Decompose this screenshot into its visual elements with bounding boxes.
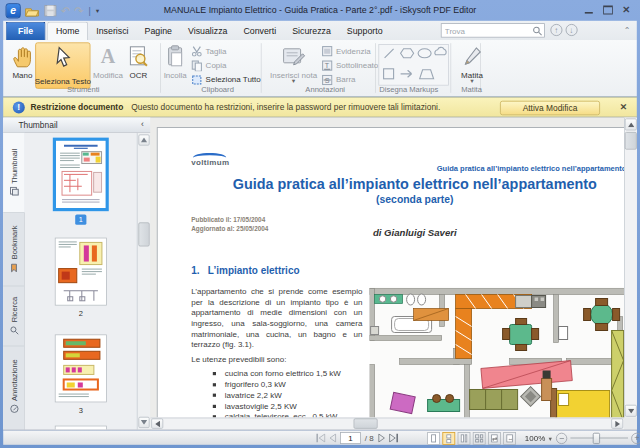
- sidebar-header-title: Thumbnail: [18, 120, 57, 130]
- save-icon[interactable]: [44, 5, 57, 17]
- attiva-modifica-button[interactable]: Attiva Modifica: [500, 101, 600, 115]
- search-box[interactable]: [441, 23, 545, 37]
- thumbnail-item-2[interactable]: 2: [55, 238, 107, 318]
- horizontal-scrollbar[interactable]: [150, 418, 624, 430]
- next-page-icon[interactable]: [378, 434, 386, 443]
- thumbnail-art: [56, 238, 106, 304]
- undo-icon[interactable]: ↶: [61, 5, 70, 16]
- zoom-in-icon[interactable]: +: [631, 433, 640, 444]
- sidebar-tab-bookmark[interactable]: Bookmark: [3, 213, 25, 287]
- scroll-up-icon[interactable]: [138, 134, 149, 145]
- search-tab-icon: [9, 326, 19, 336]
- copia-button[interactable]: Copia: [191, 59, 226, 71]
- last-page-icon[interactable]: [389, 434, 399, 443]
- tab-converti[interactable]: Converti: [235, 22, 284, 40]
- tab-file[interactable]: File: [6, 22, 46, 40]
- note-icon: [282, 42, 306, 70]
- seleziona-tutto-button[interactable]: Seleziona Tutto: [191, 74, 261, 86]
- group-label-matita: Matita: [453, 85, 491, 94]
- find-previous-button[interactable]: ↑: [550, 24, 562, 36]
- hexagon-shape-icon: [401, 49, 414, 58]
- document-area: voltimum Guida pratica all’impianto elet…: [150, 118, 636, 430]
- strikethrough-icon: S: [322, 74, 333, 85]
- scroll-down-icon[interactable]: [625, 405, 637, 417]
- incolla-button[interactable]: Incolla: [161, 42, 190, 79]
- scroll-page-view-button[interactable]: ⇄: [488, 432, 501, 445]
- first-page-icon[interactable]: [316, 434, 326, 443]
- tab-inserisci[interactable]: Inserisci: [88, 22, 136, 40]
- collapse-ribbon-icon[interactable]: ⌃: [624, 26, 631, 35]
- scroll-up-icon[interactable]: [625, 118, 637, 130]
- group-label-clipboard: Clipboard: [160, 85, 275, 94]
- paste-icon: [165, 42, 185, 70]
- sidebar-collapse-icon[interactable]: ‹: [141, 119, 144, 129]
- sidebar-tab-ricerca[interactable]: Ricerca: [3, 286, 25, 346]
- document-title: Guida pratica all’impianto elettrico nel…: [158, 176, 624, 193]
- ocr-icon: [127, 42, 149, 70]
- minimize-button[interactable]: [584, 6, 594, 15]
- open-icon[interactable]: [25, 4, 40, 17]
- ribbon: Mano Seleziona Testo A Modifica OCR Stru…: [3, 40, 637, 97]
- redo-icon[interactable]: ↷: [74, 5, 83, 16]
- seleziona-testo-button[interactable]: Seleziona Testo: [35, 42, 90, 88]
- fit-page-view-button[interactable]: ⇔: [503, 432, 516, 445]
- body-text: L’appartamento che si prende come esempi…: [191, 286, 362, 417]
- qat-dropdown-icon[interactable]: ▼: [95, 8, 101, 14]
- sidebar-tab-annotazione[interactable]: Annotazione: [3, 346, 25, 426]
- continuous-view-button[interactable]: [442, 432, 455, 445]
- zoom-out-icon[interactable]: −: [556, 433, 567, 444]
- doc-vscroll-thumb[interactable]: [625, 132, 637, 150]
- two-page-view-button[interactable]: [458, 432, 471, 445]
- tab-pagine[interactable]: Pagine: [137, 22, 180, 40]
- evidenzia-button[interactable]: Evidenzia: [322, 45, 371, 57]
- maximize-button[interactable]: [603, 6, 613, 15]
- scroll-right-icon[interactable]: [611, 418, 623, 428]
- tab-visualizza[interactable]: Visualizza: [180, 22, 235, 40]
- inserisci-nota-button[interactable]: Inserisci nota ▼: [267, 42, 320, 83]
- find-next-button[interactable]: ↓: [566, 24, 578, 36]
- utenze-list: cucina con forno elettrico 1,5 kW frigor…: [191, 368, 362, 417]
- page-number-input[interactable]: 1: [340, 432, 361, 444]
- single-page-view-button[interactable]: [427, 432, 440, 445]
- zoom-level-label[interactable]: 100% ▼: [525, 434, 553, 443]
- taglia-button[interactable]: Taglia: [191, 45, 226, 57]
- vertical-scrollbar[interactable]: [624, 118, 637, 418]
- mano-button[interactable]: Mano: [6, 42, 38, 79]
- scroll-left-icon[interactable]: [151, 418, 163, 428]
- thumbnail-item-3[interactable]: 3: [55, 334, 107, 414]
- pdf-page: voltimum Guida pratica all’impianto elet…: [157, 127, 624, 417]
- scroll-down-icon[interactable]: [138, 417, 149, 428]
- page-total-label: / 8: [365, 434, 374, 443]
- qat-separator: |: [88, 6, 90, 16]
- close-button[interactable]: ✕: [622, 6, 630, 15]
- thumbnail-item-1[interactable]: 1: [53, 138, 109, 225]
- search-icon: [532, 26, 542, 36]
- quick-access-toolbar: e ↶ ↷ | ▼: [6, 3, 101, 18]
- document-author: di Gianluigi Saveri: [158, 227, 624, 238]
- select-all-icon: [191, 74, 202, 85]
- floor-plan-figure: [370, 286, 624, 417]
- tab-home[interactable]: Home: [47, 22, 88, 40]
- main-content: Thumbnail ‹ Thumbnail Bookmark Ricerca A…: [3, 118, 637, 430]
- warning-close-icon[interactable]: ✕: [620, 102, 627, 112]
- window-controls: ✕: [584, 6, 630, 15]
- sidebar-tab-thumbnail[interactable]: Thumbnail: [3, 133, 25, 213]
- sidebar-scroll-thumb[interactable]: [138, 222, 149, 246]
- window-title: MANUALE Impianto Elettrico - Guida Prati…: [120, 5, 520, 15]
- barra-button[interactable]: S Barra: [322, 74, 356, 86]
- zoom-slider-thumb[interactable]: [593, 433, 600, 444]
- matita-button[interactable]: Matita ▼: [455, 42, 489, 83]
- tab-supporto[interactable]: Supporto: [339, 22, 391, 40]
- sottolineato-button[interactable]: T Sottolineato: [322, 59, 379, 71]
- previous-page-icon[interactable]: [329, 434, 337, 443]
- grid-view-button[interactable]: [473, 432, 486, 445]
- ocr-button[interactable]: OCR: [125, 42, 152, 79]
- modifica-button[interactable]: A Modifica: [94, 42, 123, 79]
- search-input[interactable]: [445, 25, 528, 36]
- bookmark-icon: [10, 263, 19, 273]
- tab-sicurezza[interactable]: Sicurezza: [284, 22, 339, 40]
- edit-text-icon: A: [101, 42, 115, 70]
- app-icon[interactable]: e: [6, 3, 21, 18]
- sidebar-scrollbar[interactable]: [137, 133, 151, 430]
- doc-hscroll-thumb[interactable]: [354, 418, 378, 428]
